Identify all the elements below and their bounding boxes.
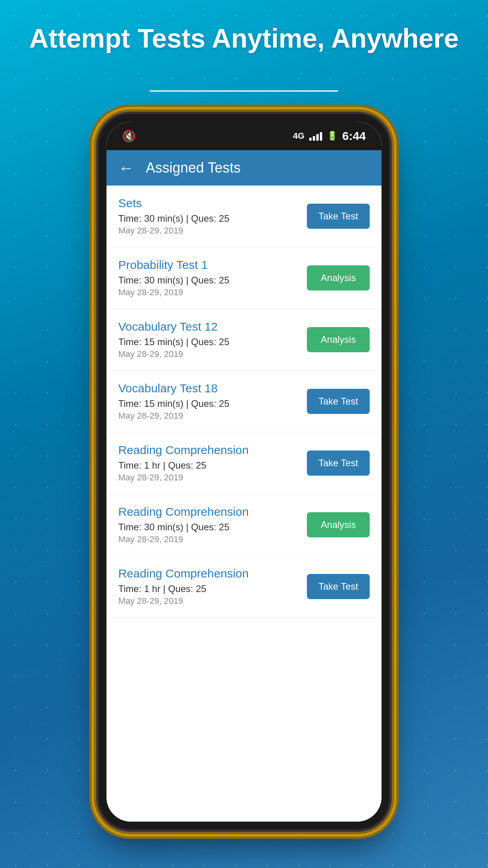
- test-name-vocabulary-test-12: Vocabulary Test 12: [118, 320, 307, 333]
- test-info-vocabulary-test-18: Vocabulary Test 18 Time: 15 min(s) | Que…: [118, 382, 307, 421]
- test-date-reading-comprehension-2: May 28-29, 2019: [118, 534, 307, 544]
- screen-content: ← Assigned Tests Sets Time: 30 min(s) | …: [106, 150, 382, 822]
- page-title: Assigned Tests: [146, 160, 240, 176]
- test-info-probability-test-1: Probability Test 1 Time: 30 min(s) | Que…: [118, 258, 307, 298]
- test-date-vocabulary-test-12: May 28-29, 2019: [118, 349, 307, 359]
- test-date-sets: May 28-29, 2019: [118, 226, 307, 236]
- test-item-sets: Sets Time: 30 min(s) | Ques: 25 May 28-2…: [106, 186, 382, 247]
- test-name-reading-comprehension-2: Reading Comprehension: [118, 505, 307, 519]
- signal-bar-1: [309, 138, 312, 141]
- signal-bar-2: [313, 136, 315, 141]
- signal-bar-3: [316, 134, 319, 141]
- test-info-vocabulary-test-12: Vocabulary Test 12 Time: 15 min(s) | Que…: [118, 320, 307, 359]
- test-details-sets: Time: 30 min(s) | Ques: 25: [118, 213, 307, 224]
- test-list: Sets Time: 30 min(s) | Ques: 25 May 28-2…: [106, 186, 382, 822]
- signal-bar-4: [320, 132, 322, 141]
- test-btn-sets[interactable]: Take Test: [307, 204, 370, 229]
- test-name-reading-comprehension-1: Reading Comprehension: [118, 443, 307, 457]
- test-name-vocabulary-test-18: Vocabulary Test 18: [118, 382, 307, 395]
- test-btn-probability-test-1[interactable]: Analysis: [307, 265, 370, 291]
- phone-frame: 🔇 4G 🔋 6:44 ← Assigned Tests: [99, 114, 389, 829]
- test-name-sets: Sets: [118, 197, 307, 210]
- test-info-reading-comprehension-1: Reading Comprehension Time: 1 hr | Ques:…: [118, 443, 307, 483]
- phone-screen: 🔇 4G 🔋 6:44 ← Assigned Tests: [106, 122, 382, 822]
- signal-bars: [309, 131, 322, 141]
- test-item-reading-comprehension-2: Reading Comprehension Time: 30 min(s) | …: [106, 494, 382, 556]
- test-date-vocabulary-test-18: May 28-29, 2019: [118, 411, 307, 421]
- test-name-reading-comprehension-3: Reading Comprehension: [118, 567, 307, 580]
- volume-icon: 🔇: [122, 130, 136, 143]
- test-item-vocabulary-test-18: Vocabulary Test 18 Time: 15 min(s) | Que…: [106, 371, 382, 432]
- test-btn-reading-comprehension-1[interactable]: Take Test: [307, 451, 370, 476]
- status-left: 🔇: [122, 130, 136, 143]
- test-btn-vocabulary-test-12[interactable]: Analysis: [307, 327, 370, 352]
- test-item-reading-comprehension-3: Reading Comprehension Time: 1 hr | Ques:…: [106, 556, 382, 618]
- headline: Attempt Tests Anytime, Anywhere: [0, 24, 488, 53]
- test-item-vocabulary-test-12: Vocabulary Test 12 Time: 15 min(s) | Que…: [106, 309, 382, 371]
- test-details-reading-comprehension-1: Time: 1 hr | Ques: 25: [118, 460, 307, 471]
- network-label: 4G: [293, 131, 305, 141]
- test-date-reading-comprehension-1: May 28-29, 2019: [118, 473, 307, 483]
- test-btn-vocabulary-test-18[interactable]: Take Test: [307, 389, 370, 414]
- test-info-reading-comprehension-3: Reading Comprehension Time: 1 hr | Ques:…: [118, 567, 307, 606]
- test-details-reading-comprehension-2: Time: 30 min(s) | Ques: 25: [118, 522, 307, 533]
- test-info-reading-comprehension-2: Reading Comprehension Time: 30 min(s) | …: [118, 505, 307, 544]
- test-btn-reading-comprehension-2[interactable]: Analysis: [307, 512, 370, 537]
- test-btn-reading-comprehension-3[interactable]: Take Test: [307, 574, 370, 599]
- app-header: ← Assigned Tests: [106, 150, 382, 186]
- test-item-reading-comprehension-1: Reading Comprehension Time: 1 hr | Ques:…: [106, 432, 382, 494]
- test-info-sets: Sets Time: 30 min(s) | Ques: 25 May 28-2…: [118, 197, 307, 236]
- test-name-probability-test-1: Probability Test 1: [118, 258, 307, 272]
- divider: [150, 90, 338, 92]
- test-date-probability-test-1: May 28-29, 2019: [118, 287, 307, 298]
- time-display: 6:44: [342, 129, 366, 143]
- back-button[interactable]: ←: [118, 159, 134, 177]
- test-details-probability-test-1: Time: 30 min(s) | Ques: 25: [118, 275, 307, 286]
- test-item-probability-test-1: Probability Test 1 Time: 30 min(s) | Que…: [106, 247, 382, 309]
- status-bar: 🔇 4G 🔋 6:44: [106, 122, 382, 150]
- battery-icon: 🔋: [327, 131, 338, 141]
- test-details-vocabulary-test-18: Time: 15 min(s) | Ques: 25: [118, 398, 307, 409]
- test-date-reading-comprehension-3: May 28-29, 2019: [118, 596, 307, 606]
- test-details-reading-comprehension-3: Time: 1 hr | Ques: 25: [118, 583, 307, 594]
- status-right: 4G 🔋 6:44: [293, 129, 366, 143]
- test-details-vocabulary-test-12: Time: 15 min(s) | Ques: 25: [118, 337, 307, 348]
